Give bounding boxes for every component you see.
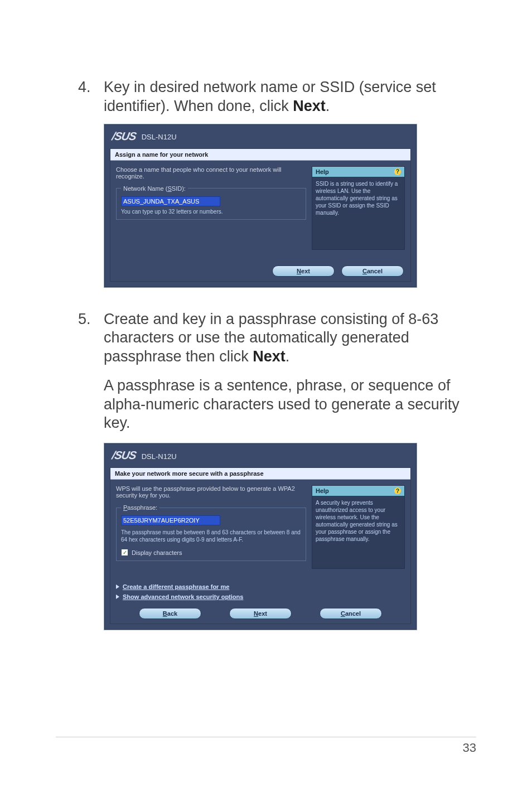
- ssid-legend: Network Name (SSID):: [121, 185, 188, 192]
- help-pane: Help ? SSID is a string used to identify…: [312, 166, 405, 250]
- page-number: 33: [463, 741, 476, 755]
- passphrase-input[interactable]: [121, 515, 220, 525]
- cancel-rest: ancel: [345, 610, 361, 617]
- triangle-icon: [116, 595, 119, 599]
- step-4-text: Key in desired network name or SSID (ser…: [104, 78, 476, 116]
- help-body: A security key prevents unauthorized acc…: [312, 496, 404, 546]
- help-icon: ?: [394, 168, 401, 175]
- cancel-rest: ancel: [367, 268, 383, 274]
- step-5-text-b: Next: [253, 348, 286, 365]
- intro-text: Choose a name that people who connect to…: [116, 166, 306, 180]
- step-5-para2: A passphrase is a sentence, phrase, or s…: [104, 376, 476, 433]
- help-title: Help: [316, 168, 329, 175]
- cancel-button[interactable]: Cancel: [341, 265, 404, 277]
- help-header: Help ?: [312, 486, 404, 496]
- help-body: SSID is a string used to identify a wire…: [312, 177, 404, 220]
- intro-text: WPS will use the passphrase provided bel…: [116, 485, 306, 499]
- display-characters-label: Display characters: [132, 549, 182, 556]
- ssid-input[interactable]: [121, 196, 220, 206]
- asus-logo-text: /SUS: [111, 449, 137, 462]
- ssid-dialog: /SUS DSL-N12U Assign a name for your net…: [104, 124, 417, 288]
- step-5-number: 5.: [78, 310, 104, 366]
- legend-ul: S: [167, 185, 171, 192]
- passphrase-fieldset: Passphrase: The passphrase must be betwe…: [116, 504, 306, 561]
- step-4-text-a: Key in desired network name or SSID (ser…: [104, 79, 436, 114]
- cancel-button[interactable]: Cancel: [320, 608, 382, 619]
- footer-rule: [56, 737, 476, 737]
- product-model: DSL-N12U: [142, 133, 177, 141]
- legend-post: SID):: [172, 185, 186, 192]
- cancel-ul: C: [341, 610, 345, 617]
- asus-logo: /SUS: [112, 130, 136, 143]
- help-title: Help: [316, 487, 329, 494]
- left-pane: WPS will use the passphrase provided bel…: [116, 485, 306, 569]
- ssid-hint: You can type up to 32 letters or numbers…: [121, 209, 301, 215]
- left-pane: Choose a name that people who connect to…: [116, 166, 306, 250]
- cancel-ul: C: [362, 268, 367, 274]
- help-header: Help ?: [312, 167, 404, 177]
- next-ul: N: [254, 610, 258, 617]
- dialog-body: Assign a name for your network Choose a …: [110, 148, 411, 282]
- link-label: Create a different passphrase for me: [123, 583, 229, 590]
- next-button[interactable]: Next: [272, 265, 335, 277]
- help-pane: Help ? A security key prevents unauthori…: [312, 485, 405, 569]
- passphrase-hint: The passphrase must be between 8 and 63 …: [121, 529, 301, 543]
- product-model: DSL-N12U: [142, 452, 177, 461]
- asus-logo-text: /SUS: [111, 130, 137, 143]
- display-characters-checkbox[interactable]: ✓: [121, 549, 128, 556]
- link-label: Show advanced network security options: [123, 593, 243, 600]
- dialog-header: /SUS DSL-N12U: [104, 124, 417, 148]
- passphrase-legend: Passphrase:: [121, 504, 159, 511]
- next-rest: ext: [258, 610, 267, 617]
- next-rest: ext: [301, 268, 310, 274]
- ssid-fieldset: Network Name (SSID): You can type up to …: [116, 185, 306, 220]
- step-5-text: Create and key in a passphrase consistin…: [104, 310, 476, 366]
- next-ul: N: [297, 268, 301, 274]
- next-button[interactable]: Next: [229, 608, 292, 619]
- dialog-body: Make your network more secure with a pas…: [110, 467, 411, 624]
- step-4-text-c: .: [326, 98, 330, 114]
- back-button[interactable]: Back: [139, 608, 201, 619]
- section-title: Make your network more secure with a pas…: [110, 468, 410, 480]
- step-4-text-b: Next: [293, 98, 326, 114]
- triangle-icon: [116, 584, 119, 589]
- dialog-header: /SUS DSL-N12U: [104, 443, 417, 467]
- chk-ul: D: [132, 549, 136, 556]
- section-title: Assign a name for your network: [110, 149, 410, 161]
- legend-pre: Network Name (: [123, 185, 167, 192]
- create-different-passphrase-link[interactable]: Create a different passphrase for me: [116, 583, 405, 590]
- step-4-number: 4.: [78, 78, 104, 116]
- back-ul: B: [163, 610, 167, 617]
- back-rest: ack: [167, 610, 177, 617]
- help-icon: ?: [394, 487, 401, 494]
- legend-post: assphrase:: [127, 504, 157, 511]
- chk-rest: isplay characters: [136, 549, 182, 556]
- step-5-text-c: .: [286, 348, 290, 365]
- show-advanced-options-link[interactable]: Show advanced network security options: [116, 593, 405, 600]
- asus-logo: /SUS: [112, 449, 136, 462]
- passphrase-dialog: /SUS DSL-N12U Make your network more sec…: [104, 443, 417, 630]
